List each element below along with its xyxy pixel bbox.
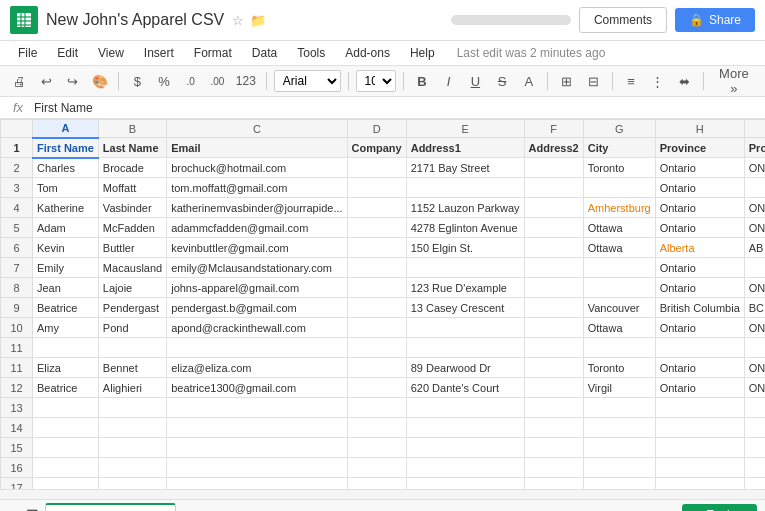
cell-3-i[interactable] — [744, 178, 765, 198]
cell-7-e[interactable] — [406, 258, 524, 278]
cell-2-g[interactable]: Toronto — [583, 158, 655, 178]
cell-9-h[interactable]: British Columbia — [655, 298, 744, 318]
cell-4-b[interactable]: Vasbinder — [98, 198, 166, 218]
cell-9-a[interactable]: Beatrice — [33, 298, 99, 318]
cell-12-b[interactable]: Alighieri — [98, 378, 166, 398]
cell-17-i[interactable] — [744, 478, 765, 490]
cell-3-b[interactable]: Moffatt — [98, 178, 166, 198]
cell-2-i[interactable]: ON — [744, 158, 765, 178]
star-icon[interactable]: ☆ — [232, 13, 244, 28]
cell-13-i[interactable] — [744, 398, 765, 418]
cell-5-b[interactable]: McFadden — [98, 218, 166, 238]
cell-14-a[interactable] — [33, 418, 99, 438]
cell-16-c[interactable] — [167, 458, 347, 478]
table-row[interactable]: 11ElizaBenneteliza@eliza.com89 Dearwood … — [1, 358, 766, 378]
table-row[interactable]: 9BeatricePendergastpendergast.b@gmail.co… — [1, 298, 766, 318]
cell-1-g[interactable]: City — [583, 138, 655, 158]
cell-11-h[interactable] — [655, 338, 744, 358]
cell-2-d[interactable] — [347, 158, 406, 178]
cell-10-i[interactable]: ON — [744, 318, 765, 338]
horizontal-scrollbar[interactable] — [0, 489, 765, 499]
spreadsheet-container[interactable]: A B C D E F G H I J 1First NameLast Name… — [0, 119, 765, 489]
sheet-list-button[interactable]: ☰ — [24, 505, 41, 512]
cell-10-a[interactable]: Amy — [33, 318, 99, 338]
cell-12-h[interactable]: Ontario — [655, 378, 744, 398]
table-row[interactable]: 4KatherineVasbinderkatherinemvasbinder@j… — [1, 198, 766, 218]
cell-15-h[interactable] — [655, 438, 744, 458]
more-button[interactable]: More » — [711, 69, 757, 93]
cell-13-f[interactable] — [524, 398, 583, 418]
cell-6-c[interactable]: kevinbuttler@gmail.com — [167, 238, 347, 258]
cell-4-c[interactable]: katherinemvasbinder@jourrapide... — [167, 198, 347, 218]
cell-8-a[interactable]: Jean — [33, 278, 99, 298]
share-button[interactable]: 🔒 Share — [675, 8, 755, 32]
cell-11-g[interactable] — [583, 338, 655, 358]
table-row[interactable]: 1First NameLast NameEmailCompanyAddress1… — [1, 138, 766, 158]
cell-11-f[interactable] — [524, 338, 583, 358]
col-header-g[interactable]: G — [583, 120, 655, 138]
cell-11-e[interactable]: 89 Dearwood Dr — [406, 358, 524, 378]
cell-6-b[interactable]: Buttler — [98, 238, 166, 258]
cell-15-c[interactable] — [167, 438, 347, 458]
cell-6-f[interactable] — [524, 238, 583, 258]
cell-14-i[interactable] — [744, 418, 765, 438]
cell-5-c[interactable]: adammcfadden@gmail.com — [167, 218, 347, 238]
cell-14-b[interactable] — [98, 418, 166, 438]
bold-button[interactable]: B — [411, 69, 434, 93]
cell-6-a[interactable]: Kevin — [33, 238, 99, 258]
cell-10-b[interactable]: Pond — [98, 318, 166, 338]
cell-5-i[interactable]: ON — [744, 218, 765, 238]
col-header-c[interactable]: C — [167, 120, 347, 138]
align-center-button[interactable]: ⋮ — [646, 69, 669, 93]
cell-3-f[interactable] — [524, 178, 583, 198]
cell-8-b[interactable]: Lajoie — [98, 278, 166, 298]
cell-11-a[interactable] — [33, 338, 99, 358]
cell-15-e[interactable] — [406, 438, 524, 458]
cell-5-g[interactable]: Ottawa — [583, 218, 655, 238]
document-title[interactable]: New John's Apparel CSV — [46, 11, 224, 29]
cell-12-e[interactable]: 620 Dante's Court — [406, 378, 524, 398]
cell-13-a[interactable] — [33, 398, 99, 418]
cell-3-e[interactable] — [406, 178, 524, 198]
cell-9-i[interactable]: BC — [744, 298, 765, 318]
cell-7-a[interactable]: Emily — [33, 258, 99, 278]
print-button[interactable]: 🖨 — [8, 69, 31, 93]
cell-14-f[interactable] — [524, 418, 583, 438]
cell-4-a[interactable]: Katherine — [33, 198, 99, 218]
cell-6-h[interactable]: Alberta — [655, 238, 744, 258]
percent-button[interactable]: % — [153, 69, 176, 93]
cell-1-f[interactable]: Address2 — [524, 138, 583, 158]
cell-8-e[interactable]: 123 Rue D'example — [406, 278, 524, 298]
menu-view[interactable]: View — [90, 43, 132, 63]
cell-17-b[interactable] — [98, 478, 166, 490]
cell-2-e[interactable]: 2171 Bay Street — [406, 158, 524, 178]
menu-add-ons[interactable]: Add-ons — [337, 43, 398, 63]
cell-9-d[interactable] — [347, 298, 406, 318]
cell-5-e[interactable]: 4278 Eglinton Avenue — [406, 218, 524, 238]
cell-16-h[interactable] — [655, 458, 744, 478]
cell-5-a[interactable]: Adam — [33, 218, 99, 238]
cell-11-b[interactable] — [98, 338, 166, 358]
col-header-d[interactable]: D — [347, 120, 406, 138]
cell-7-f[interactable] — [524, 258, 583, 278]
cell-16-e[interactable] — [406, 458, 524, 478]
cell-11-h[interactable]: Ontario — [655, 358, 744, 378]
italic-button[interactable]: I — [437, 69, 460, 93]
cell-3-a[interactable]: Tom — [33, 178, 99, 198]
folder-icon[interactable]: 📁 — [250, 13, 266, 28]
cell-6-i[interactable]: AB — [744, 238, 765, 258]
cell-16-d[interactable] — [347, 458, 406, 478]
cell-10-h[interactable]: Ontario — [655, 318, 744, 338]
cell-9-g[interactable]: Vancouver — [583, 298, 655, 318]
col-header-f[interactable]: F — [524, 120, 583, 138]
borders-button[interactable]: ⊞ — [555, 69, 578, 93]
cell-3-c[interactable]: tom.moffatt@gmail.com — [167, 178, 347, 198]
cell-15-g[interactable] — [583, 438, 655, 458]
cell-15-i[interactable] — [744, 438, 765, 458]
cell-2-b[interactable]: Brocade — [98, 158, 166, 178]
cell-7-g[interactable] — [583, 258, 655, 278]
cell-12-i[interactable]: ON — [744, 378, 765, 398]
table-row[interactable]: 5AdamMcFaddenadammcfadden@gmail.com4278 … — [1, 218, 766, 238]
redo-button[interactable]: ↪ — [61, 69, 84, 93]
comments-button[interactable]: Comments — [579, 7, 667, 33]
